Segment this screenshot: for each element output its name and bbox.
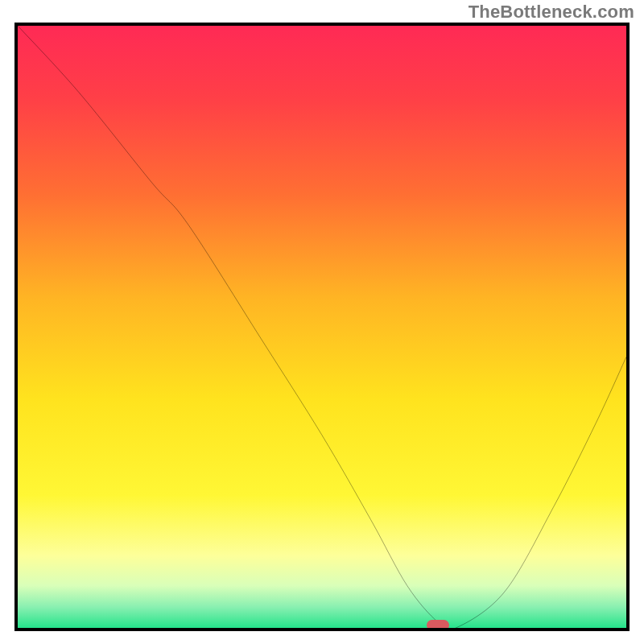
chart-container: TheBottleneck.com (0, 0, 644, 644)
optimal-marker (427, 620, 449, 630)
plot-area (14, 23, 630, 631)
watermark-label: TheBottleneck.com (469, 2, 634, 23)
bottleneck-curve (18, 26, 626, 628)
